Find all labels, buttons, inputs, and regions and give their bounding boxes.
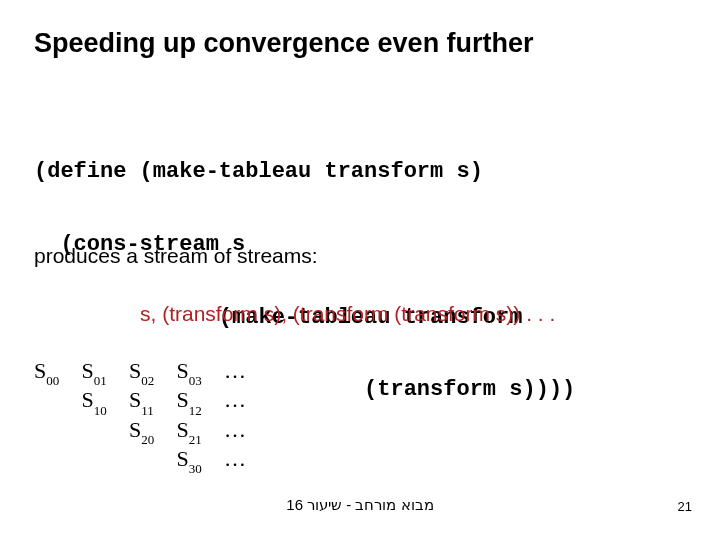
ellipsis: … — [224, 358, 246, 383]
code-line-1: (define (make-tableau transform s) — [34, 160, 575, 184]
matrix-row-3: S30 … — [34, 446, 246, 475]
produces-text: produces a stream of streams: — [34, 244, 318, 268]
tableau-matrix: S00 S01 S02 S03 … S10 S11 S12 … S20 S21 … — [34, 358, 246, 475]
matrix-row-1: S10 S11 S12 … — [34, 387, 246, 416]
ellipsis: … — [224, 417, 246, 442]
matrix-row-0: S00 S01 S02 S03 … — [34, 358, 246, 387]
page-number: 21 — [678, 499, 692, 514]
matrix-row-2: S20 S21 … — [34, 417, 246, 446]
stream-sequence: s, (transform s), (transform (transform … — [140, 302, 555, 326]
slide: Speeding up convergence even further (de… — [0, 0, 720, 540]
slide-title: Speeding up convergence even further — [34, 28, 534, 59]
ellipsis: … — [224, 446, 246, 471]
ellipsis: … — [224, 387, 246, 412]
footer-text: מבוא מורחב - שיעור 16 — [0, 496, 720, 514]
